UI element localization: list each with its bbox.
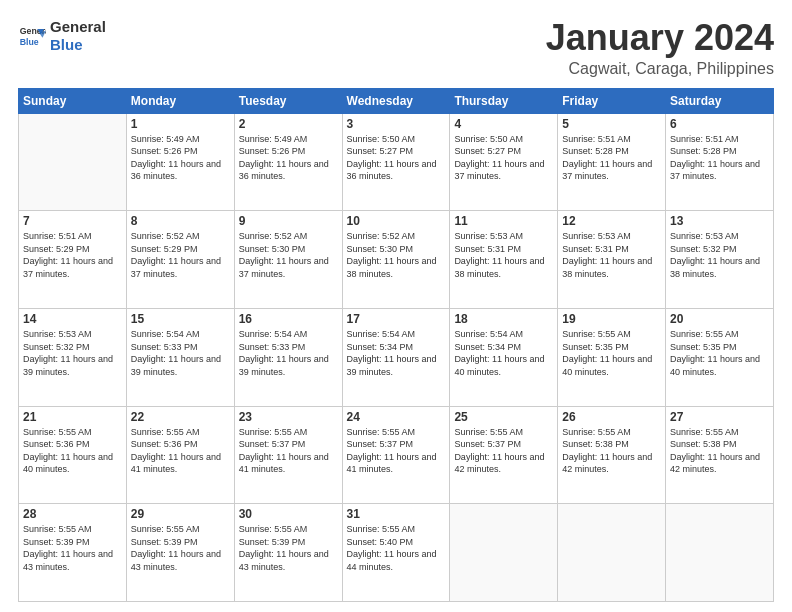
title-block: January 2024 Cagwait, Caraga, Philippine… [546, 18, 774, 78]
day-info: Sunrise: 5:52 AMSunset: 5:30 PMDaylight:… [239, 230, 338, 280]
day-number: 1 [131, 117, 230, 131]
day-number: 13 [670, 214, 769, 228]
day-info: Sunrise: 5:55 AMSunset: 5:38 PMDaylight:… [670, 426, 769, 476]
day-info: Sunrise: 5:55 AMSunset: 5:38 PMDaylight:… [562, 426, 661, 476]
day-number: 3 [347, 117, 446, 131]
day-cell: 20Sunrise: 5:55 AMSunset: 5:35 PMDayligh… [666, 308, 774, 406]
day-info: Sunrise: 5:49 AMSunset: 5:26 PMDaylight:… [131, 133, 230, 183]
day-cell: 19Sunrise: 5:55 AMSunset: 5:35 PMDayligh… [558, 308, 666, 406]
day-cell [558, 504, 666, 602]
day-cell: 16Sunrise: 5:54 AMSunset: 5:33 PMDayligh… [234, 308, 342, 406]
calendar-page: General Blue General Blue January 2024 C… [0, 0, 792, 612]
day-number: 6 [670, 117, 769, 131]
day-cell: 5Sunrise: 5:51 AMSunset: 5:28 PMDaylight… [558, 113, 666, 211]
day-info: Sunrise: 5:55 AMSunset: 5:35 PMDaylight:… [562, 328, 661, 378]
day-number: 20 [670, 312, 769, 326]
day-number: 17 [347, 312, 446, 326]
day-cell: 7Sunrise: 5:51 AMSunset: 5:29 PMDaylight… [19, 211, 127, 309]
day-info: Sunrise: 5:52 AMSunset: 5:29 PMDaylight:… [131, 230, 230, 280]
day-cell: 26Sunrise: 5:55 AMSunset: 5:38 PMDayligh… [558, 406, 666, 504]
day-number: 14 [23, 312, 122, 326]
day-info: Sunrise: 5:55 AMSunset: 5:35 PMDaylight:… [670, 328, 769, 378]
day-info: Sunrise: 5:52 AMSunset: 5:30 PMDaylight:… [347, 230, 446, 280]
day-number: 30 [239, 507, 338, 521]
week-row-3: 21Sunrise: 5:55 AMSunset: 5:36 PMDayligh… [19, 406, 774, 504]
header-row: SundayMondayTuesdayWednesdayThursdayFrid… [19, 88, 774, 113]
day-number: 8 [131, 214, 230, 228]
day-number: 10 [347, 214, 446, 228]
logo: General Blue General Blue [18, 18, 106, 54]
day-info: Sunrise: 5:54 AMSunset: 5:33 PMDaylight:… [239, 328, 338, 378]
day-info: Sunrise: 5:55 AMSunset: 5:37 PMDaylight:… [454, 426, 553, 476]
day-cell: 9Sunrise: 5:52 AMSunset: 5:30 PMDaylight… [234, 211, 342, 309]
day-number: 21 [23, 410, 122, 424]
day-info: Sunrise: 5:51 AMSunset: 5:29 PMDaylight:… [23, 230, 122, 280]
day-cell: 6Sunrise: 5:51 AMSunset: 5:28 PMDaylight… [666, 113, 774, 211]
header-cell-wednesday: Wednesday [342, 88, 450, 113]
week-row-1: 7Sunrise: 5:51 AMSunset: 5:29 PMDaylight… [19, 211, 774, 309]
day-cell: 12Sunrise: 5:53 AMSunset: 5:31 PMDayligh… [558, 211, 666, 309]
day-cell: 21Sunrise: 5:55 AMSunset: 5:36 PMDayligh… [19, 406, 127, 504]
header-cell-thursday: Thursday [450, 88, 558, 113]
day-info: Sunrise: 5:55 AMSunset: 5:37 PMDaylight:… [347, 426, 446, 476]
day-cell: 28Sunrise: 5:55 AMSunset: 5:39 PMDayligh… [19, 504, 127, 602]
day-number: 7 [23, 214, 122, 228]
day-cell: 29Sunrise: 5:55 AMSunset: 5:39 PMDayligh… [126, 504, 234, 602]
header-cell-sunday: Sunday [19, 88, 127, 113]
day-number: 18 [454, 312, 553, 326]
calendar-table: SundayMondayTuesdayWednesdayThursdayFrid… [18, 88, 774, 602]
week-row-4: 28Sunrise: 5:55 AMSunset: 5:39 PMDayligh… [19, 504, 774, 602]
day-cell: 3Sunrise: 5:50 AMSunset: 5:27 PMDaylight… [342, 113, 450, 211]
day-info: Sunrise: 5:55 AMSunset: 5:37 PMDaylight:… [239, 426, 338, 476]
day-info: Sunrise: 5:53 AMSunset: 5:31 PMDaylight:… [562, 230, 661, 280]
day-number: 29 [131, 507, 230, 521]
day-number: 22 [131, 410, 230, 424]
week-row-0: 1Sunrise: 5:49 AMSunset: 5:26 PMDaylight… [19, 113, 774, 211]
day-cell: 11Sunrise: 5:53 AMSunset: 5:31 PMDayligh… [450, 211, 558, 309]
day-info: Sunrise: 5:55 AMSunset: 5:39 PMDaylight:… [131, 523, 230, 573]
day-info: Sunrise: 5:49 AMSunset: 5:26 PMDaylight:… [239, 133, 338, 183]
day-cell [666, 504, 774, 602]
day-cell: 2Sunrise: 5:49 AMSunset: 5:26 PMDaylight… [234, 113, 342, 211]
day-info: Sunrise: 5:55 AMSunset: 5:40 PMDaylight:… [347, 523, 446, 573]
calendar-subtitle: Cagwait, Caraga, Philippines [546, 60, 774, 78]
day-cell: 22Sunrise: 5:55 AMSunset: 5:36 PMDayligh… [126, 406, 234, 504]
day-info: Sunrise: 5:53 AMSunset: 5:32 PMDaylight:… [23, 328, 122, 378]
day-number: 23 [239, 410, 338, 424]
header-cell-saturday: Saturday [666, 88, 774, 113]
day-cell: 30Sunrise: 5:55 AMSunset: 5:39 PMDayligh… [234, 504, 342, 602]
day-cell: 15Sunrise: 5:54 AMSunset: 5:33 PMDayligh… [126, 308, 234, 406]
day-cell: 24Sunrise: 5:55 AMSunset: 5:37 PMDayligh… [342, 406, 450, 504]
day-cell: 25Sunrise: 5:55 AMSunset: 5:37 PMDayligh… [450, 406, 558, 504]
day-number: 5 [562, 117, 661, 131]
svg-text:Blue: Blue [20, 37, 39, 47]
day-cell: 17Sunrise: 5:54 AMSunset: 5:34 PMDayligh… [342, 308, 450, 406]
logo-icon: General Blue [18, 22, 46, 50]
day-info: Sunrise: 5:50 AMSunset: 5:27 PMDaylight:… [454, 133, 553, 183]
day-number: 19 [562, 312, 661, 326]
day-number: 16 [239, 312, 338, 326]
day-info: Sunrise: 5:55 AMSunset: 5:36 PMDaylight:… [131, 426, 230, 476]
day-cell: 13Sunrise: 5:53 AMSunset: 5:32 PMDayligh… [666, 211, 774, 309]
day-number: 31 [347, 507, 446, 521]
calendar-title: January 2024 [546, 18, 774, 58]
day-info: Sunrise: 5:54 AMSunset: 5:33 PMDaylight:… [131, 328, 230, 378]
day-number: 11 [454, 214, 553, 228]
header-cell-friday: Friday [558, 88, 666, 113]
day-cell: 1Sunrise: 5:49 AMSunset: 5:26 PMDaylight… [126, 113, 234, 211]
day-info: Sunrise: 5:53 AMSunset: 5:32 PMDaylight:… [670, 230, 769, 280]
day-info: Sunrise: 5:55 AMSunset: 5:36 PMDaylight:… [23, 426, 122, 476]
day-info: Sunrise: 5:53 AMSunset: 5:31 PMDaylight:… [454, 230, 553, 280]
day-cell: 23Sunrise: 5:55 AMSunset: 5:37 PMDayligh… [234, 406, 342, 504]
day-cell [19, 113, 127, 211]
logo-general: General [50, 18, 106, 36]
day-number: 28 [23, 507, 122, 521]
day-number: 9 [239, 214, 338, 228]
day-info: Sunrise: 5:51 AMSunset: 5:28 PMDaylight:… [670, 133, 769, 183]
day-cell: 18Sunrise: 5:54 AMSunset: 5:34 PMDayligh… [450, 308, 558, 406]
logo-blue: Blue [50, 36, 106, 54]
day-info: Sunrise: 5:55 AMSunset: 5:39 PMDaylight:… [239, 523, 338, 573]
day-cell [450, 504, 558, 602]
day-info: Sunrise: 5:51 AMSunset: 5:28 PMDaylight:… [562, 133, 661, 183]
day-number: 27 [670, 410, 769, 424]
